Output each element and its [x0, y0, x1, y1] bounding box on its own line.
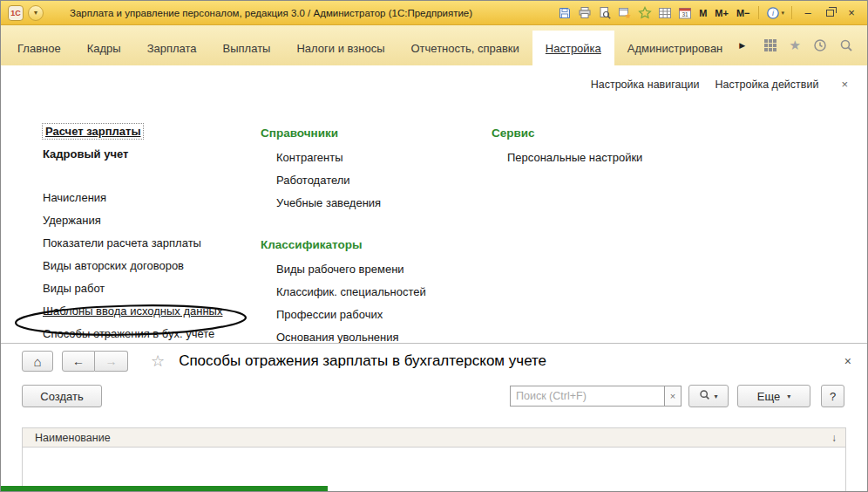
create-button[interactable]: Создать — [22, 385, 102, 407]
nav-link-vidy-rabot[interactable]: Виды работ — [43, 282, 105, 295]
forward-button[interactable]: → — [95, 351, 128, 372]
separator — [758, 6, 759, 19]
history-nav-group: ← → — [62, 351, 128, 372]
tab-kadry[interactable]: Кадры — [74, 31, 134, 65]
nav-link-professii-rabochikh[interactable]: Профессии рабочих — [276, 308, 383, 321]
nav-link-sposoby-otrazheniya[interactable]: Способы отражения в бух. учете — [43, 327, 214, 340]
column-header-naimenovanie[interactable]: Наименование — [35, 432, 111, 444]
panel-top-links: Настройка навигации Настройка действий × — [591, 78, 848, 91]
add-to-favorites-star-icon[interactable]: ☆ — [151, 353, 165, 369]
maximize-button[interactable] — [821, 5, 838, 21]
group-header-servis: Сервис — [492, 126, 535, 140]
tab-glavnoe[interactable]: Главное — [4, 31, 74, 65]
more-button-label: Еще — [757, 390, 780, 403]
app-window: 1С ▾ Зарплата и управление персоналом, р… — [0, 0, 868, 492]
nav-link-osnovaniya-uvolneniya[interactable]: Основания увольнения — [276, 331, 399, 344]
actions-settings-link[interactable]: Настройка действий — [715, 79, 819, 91]
info-icon: i — [766, 6, 780, 20]
group-header-spravochniki: Справочники — [261, 126, 338, 140]
restore-icon — [826, 10, 834, 17]
search-clear-button[interactable]: × — [665, 386, 682, 407]
more-button[interactable]: Еще ▾ — [737, 385, 810, 407]
tabs-overflow-icon[interactable]: ▶ — [739, 41, 745, 50]
home-button[interactable]: ⌂ — [22, 351, 53, 372]
tab-zarplata[interactable]: Зарплата — [134, 31, 210, 65]
sort-descending-icon[interactable]: ↓ — [831, 432, 837, 444]
print-icon[interactable] — [577, 5, 593, 21]
group-header-klassifikatory: Классификаторы — [261, 238, 362, 251]
minimize-button[interactable]: – — [799, 5, 817, 21]
nav-link-pokazateli[interactable]: Показатели расчета зарплаты — [43, 236, 201, 249]
section-link-raschet-zarplaty[interactable]: Расчет зарплаты — [43, 124, 143, 139]
main-menu-button[interactable]: ▾ — [28, 5, 44, 21]
titlebar-toolbar: 31 M M+ M− i ▾ – × — [557, 5, 860, 21]
list-table: Наименование ↓ — [22, 427, 846, 491]
search-icon[interactable] — [839, 38, 853, 52]
nav-link-shablony-vvoda[interactable]: Шаблоны ввода исходных данных — [43, 304, 222, 318]
service-functions-grid-icon[interactable] — [763, 38, 777, 52]
nav-link-rabotodateli[interactable]: Работодатели — [276, 174, 350, 187]
back-button[interactable]: ← — [62, 351, 95, 372]
help-button[interactable]: ? — [821, 385, 844, 407]
tab-nastroyka[interactable]: Настройка — [532, 31, 614, 65]
show-table-icon[interactable] — [657, 5, 673, 21]
nav-link-uderzhaniya[interactable]: Удержания — [43, 214, 101, 227]
nav-column-service: Сервис Персональные настройки — [492, 120, 709, 168]
add-favorite-star-icon[interactable] — [637, 5, 653, 21]
navigation-settings-link[interactable]: Настройка навигации — [591, 79, 700, 91]
titlebar: 1С ▾ Зарплата и управление персоналом, р… — [1, 1, 867, 25]
chevron-down-icon: ▾ — [714, 393, 717, 400]
print-preview-icon[interactable] — [597, 5, 613, 21]
info-menu-button[interactable]: i ▾ — [766, 6, 784, 20]
search-input[interactable] — [510, 386, 665, 407]
tab-otchetnost-spravki[interactable]: Отчетность, справки — [398, 31, 532, 65]
form-close-button[interactable]: × — [844, 354, 851, 368]
section-tab-bar: Главное Кадры Зарплата Выплаты Налоги и … — [1, 25, 867, 65]
table-body[interactable] — [23, 448, 845, 491]
tab-administrirovanie[interactable]: Администрирован — [614, 31, 736, 65]
bottom-green-bar — [1, 486, 328, 492]
panel-tools: ★ — [763, 38, 867, 53]
form-header: ⌂ ← → ☆ Способы отражения зарплаты в бух… — [1, 344, 867, 379]
nav-link-nachisleniya[interactable]: Начисления — [43, 191, 106, 204]
nav-link-kontragenty[interactable]: Контрагенты — [276, 151, 343, 164]
window-title: Зарплата и управление персоналом, редакц… — [70, 8, 472, 18]
settings-navigation-panel: Настройка навигации Настройка действий ×… — [1, 65, 867, 343]
calculator-m-button[interactable]: M — [697, 5, 709, 21]
nav-link-klassifik-spetsialnostey[interactable]: Классифик. специальностей — [276, 285, 426, 298]
tab-nalogi-i-vznosy[interactable]: Налоги и взносы — [283, 31, 397, 65]
history-icon[interactable] — [813, 38, 827, 52]
tab-vyplaty[interactable]: Выплаты — [210, 31, 284, 65]
table-header-row: Наименование ↓ — [23, 428, 845, 448]
nav-column-references: Справочники Контрагенты Работодатели Уче… — [261, 120, 483, 348]
search-options-button[interactable]: ▾ — [688, 385, 729, 407]
app-logo-icon: 1С — [8, 5, 24, 21]
chevron-down-icon: ▾ — [787, 393, 790, 400]
calculator-m-plus-button[interactable]: M+ — [713, 5, 730, 21]
calculator-m-minus-button[interactable]: M− — [735, 5, 752, 21]
close-button[interactable]: × — [843, 5, 860, 21]
calendar-day-label: 31 — [682, 11, 689, 17]
list-form-window: ⌂ ← → ☆ Способы отражения зарплаты в бух… — [1, 343, 867, 491]
save-icon[interactable] — [557, 5, 573, 21]
form-title: Способы отражения зарплаты в бухгалтерск… — [179, 352, 546, 370]
nav-link-vidy-rabochego-vremeni[interactable]: Виды рабочего времени — [276, 263, 404, 276]
panel-close-button[interactable]: × — [841, 78, 848, 91]
nav-link-avtorskie-dogovory[interactable]: Виды авторских договоров — [43, 259, 184, 272]
favorites-star-icon[interactable]: ★ — [790, 38, 801, 53]
section-link-kadrovyy-uchet[interactable]: Кадровый учет — [43, 147, 128, 161]
nav-link-personalnye-nastroyki[interactable]: Персональные настройки — [507, 151, 642, 164]
chevron-down-icon: ▾ — [781, 10, 784, 17]
calendar-icon[interactable]: 31 — [677, 5, 693, 21]
command-bar: Создать × ▾ Еще ▾ ? — [1, 382, 867, 412]
separator — [791, 6, 792, 19]
search-cluster: × ▾ Еще ▾ ? — [510, 385, 844, 407]
nav-column-sections: Расчет зарплаты Кадровый учет Начисления… — [43, 120, 261, 345]
search-icon — [699, 389, 710, 403]
nav-link-uchebnye-zavedeniya[interactable]: Учебные заведения — [276, 196, 381, 209]
favorites-window-icon[interactable] — [617, 5, 633, 21]
